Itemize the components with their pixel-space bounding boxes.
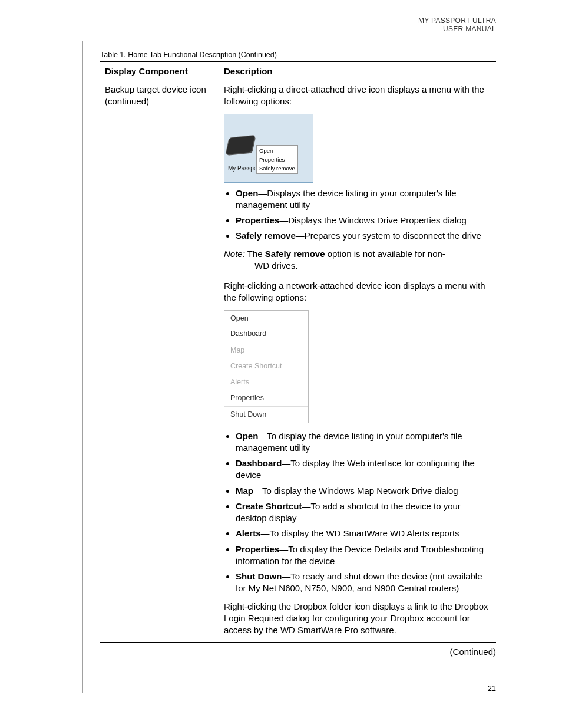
menu-item-alerts: Alerts [224, 374, 308, 390]
term: Open [236, 431, 258, 441]
note-line2: WD drives. [224, 260, 491, 272]
menu-item-open: Open [259, 146, 295, 155]
note-label: Note: [224, 249, 245, 259]
def-open: —Displays the device listing in your com… [236, 188, 457, 210]
term-open: Open [236, 188, 258, 198]
continued-label: (Continued) [100, 647, 496, 657]
term: Dashboard [236, 458, 282, 468]
para-direct-attached: Right-clicking a direct-attached drive i… [224, 84, 491, 108]
def-properties: —Displays the Windows Drive Properties d… [279, 215, 467, 225]
def: —To display the WD SmartWare WD Alerts r… [261, 528, 459, 538]
list-item: Alerts—To display the WD SmartWare WD Al… [236, 528, 491, 539]
menu-item-create-shortcut: Create Shortcut [224, 358, 308, 374]
cell-component: Backup target device icon (continued) [100, 80, 219, 643]
note-bold: Safely remove [265, 249, 325, 259]
context-menu: Open Properties Safely remove [256, 145, 298, 174]
list-item: Safely remove—Prepares your system to di… [236, 230, 491, 242]
product-name: MY PASSPORT ULTRA [418, 17, 496, 25]
para-network-attached: Right-clicking a network-attached device… [224, 280, 491, 304]
term-properties: Properties [236, 215, 279, 225]
list-item: Properties—Displays the Windows Drive Pr… [236, 215, 491, 226]
list-item: Create Shortcut—To add a shortcut to the… [236, 500, 491, 525]
table-caption: Table 1. Home Tab Functional Description… [100, 51, 496, 59]
menu-item-safely-remove: Safely remove [259, 164, 295, 173]
screenshot-direct-drive-menu: My Passpo Open Properties Safely remove [224, 114, 313, 183]
note-pre: The [247, 249, 265, 259]
menu-item-properties: Properties [259, 155, 295, 164]
menu-item-map: Map [224, 342, 308, 358]
screenshot-network-menu: Open Dashboard Map Create Shortcut Alert… [224, 310, 309, 423]
table-row: Backup target device icon (continued) Ri… [100, 80, 496, 643]
list-item: Shut Down—To ready and shut down the dev… [236, 571, 491, 595]
note-block: Note: The Safely remove option is not av… [224, 248, 491, 272]
menu-item-shut-down: Shut Down [224, 407, 308, 423]
drive-label: My Passpo [228, 164, 257, 173]
list-item: Map—To display the Windows Map Network D… [236, 485, 491, 497]
list-item: Properties—To display the Device Details… [236, 543, 491, 568]
drive-icon [226, 135, 254, 154]
term: Properties [236, 544, 279, 554]
list-item: Dashboard—To display the Web interface f… [236, 457, 491, 482]
term-safely-remove: Safely remove [236, 230, 296, 241]
def-safely-remove: —Prepares your system to disconnect the … [296, 230, 481, 241]
def: —To display the device listing in your c… [236, 431, 462, 453]
menu-item-open: Open [224, 311, 308, 327]
th-description: Description [219, 62, 497, 80]
doc-header: MY PASSPORT ULTRA USER MANUAL [418, 17, 496, 34]
term: Alerts [236, 528, 261, 538]
para-dropbox: Right-clicking the Dropbox folder icon d… [224, 601, 491, 637]
list-item: Open—To display the device listing in yo… [236, 430, 491, 454]
term: Map [236, 486, 253, 496]
note-post: option is not available for non- [325, 249, 445, 259]
term: Shut Down [236, 571, 282, 581]
cell-description: Right-clicking a direct-attached drive i… [219, 80, 497, 643]
doc-type: USER MANUAL [418, 25, 496, 33]
network-options-list: Open—To display the device listing in yo… [224, 430, 491, 595]
list-item: Open—Displays the device listing in your… [236, 187, 491, 212]
menu-item-properties: Properties [224, 390, 308, 406]
description-table: Display Component Description Backup tar… [100, 61, 496, 643]
def: —To display the Windows Map Network Driv… [253, 486, 458, 496]
direct-options-list: Open—Displays the device listing in your… [224, 187, 491, 242]
term: Create Shortcut [236, 501, 302, 511]
page-number: – 21 [482, 684, 496, 693]
th-display-component: Display Component [100, 62, 219, 80]
menu-item-dashboard: Dashboard [224, 326, 308, 342]
margin-rule [82, 41, 83, 693]
